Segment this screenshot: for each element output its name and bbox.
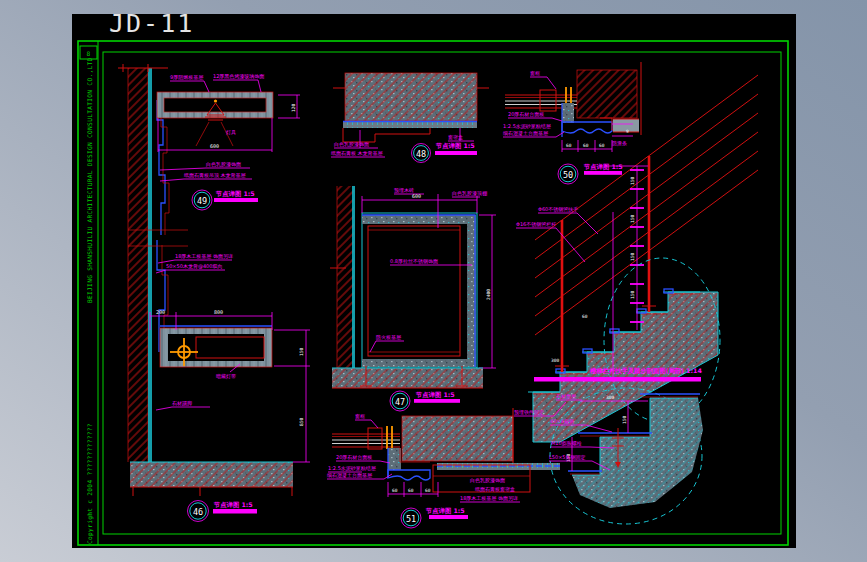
bubble-number: 51 <box>406 514 416 524</box>
detail-bubble-46[interactable]: 46 节点详图 1:5 <box>188 501 258 522</box>
dim-text: 150 <box>622 416 627 424</box>
dim-text: 9 <box>626 129 629 134</box>
bubble-number: 47 <box>395 397 405 407</box>
annotation-label: 防火板基层 <box>376 334 401 341</box>
dim-text: 800 <box>214 309 223 315</box>
floor-slab <box>332 366 483 388</box>
dim-text: 60 <box>599 143 605 148</box>
annotation-label: Φ16不锈钢管栏杆 <box>516 221 556 228</box>
bubble-number: 49 <box>197 196 207 206</box>
annotation-label: 细石混凝土台面基层 <box>503 130 548 137</box>
cad-viewer-page: JD-11 8 BEIJING SHANSHUILIU ARCHITECTURA… <box>0 0 867 562</box>
dim-text: 850 <box>299 418 304 426</box>
annotation-label: 白色乳胶漆饰面 <box>470 477 505 484</box>
annotation-label: 20厚石材台面板 <box>336 454 372 461</box>
annotation-label: 预埋铁件固定 <box>514 409 544 416</box>
drawing-sheet: JD-11 8 BEIJING SHANSHUILIU ARCHITECTURA… <box>0 0 867 562</box>
annotation-label: 1:2.5水泥砂浆粘结层 <box>503 123 551 130</box>
dim-text: 60 <box>583 143 589 148</box>
annotation-label: 20厚石材台面板 <box>508 111 544 118</box>
dim-text: 600 <box>412 193 421 199</box>
annotation-label: 白色乳胶漆顶棚 <box>452 190 487 197</box>
detail-title: 节点详图 1:5 <box>215 190 255 198</box>
dim-text: 60 <box>582 314 588 319</box>
detail-46-section: 18厚木工板基层 饰面另详 50×50木龙骨@400双向 暗藏灯带 石材踢脚 2… <box>130 253 310 522</box>
bubble-number: 46 <box>193 507 203 517</box>
revision-number: 8 <box>86 50 90 57</box>
bubble-number: 50 <box>563 170 573 180</box>
dim-text: 150 <box>630 291 635 299</box>
annotation-label: Φ60不锈钢管扶手 <box>538 206 578 213</box>
annotation-label: 细石混凝土台面基层 <box>327 472 372 479</box>
dim-text: 60 <box>408 488 414 493</box>
annotation-label: 窗框 <box>530 70 540 77</box>
dim-text: 2400 <box>486 289 491 300</box>
dim-text: 600 <box>210 143 219 149</box>
annotation-label: 0.8厚拉丝不锈钢饰面 <box>390 258 438 265</box>
annotation-label: 暗藏灯带 <box>216 373 236 380</box>
sheet-number: JD-11 <box>109 9 194 38</box>
annotation-label: 灯具 <box>226 129 236 136</box>
dim-text: 120 <box>291 104 296 112</box>
annotation-label: 白色乳胶漆饰面 <box>334 141 369 148</box>
dim-text: 150 <box>630 215 635 223</box>
dim-text: 60 <box>425 488 431 493</box>
annotation-label: 白色乳胶漆饰面 <box>206 161 241 168</box>
detail-title: 节点详图 1:5 <box>425 507 465 515</box>
window-mullion <box>332 426 400 449</box>
annotation-label: 石材踢脚 <box>172 400 192 407</box>
detail-47-section: 预埋木砖 白色乳胶漆顶棚 0.8厚拉丝不锈钢饰面 防火板基层 600 2400 <box>330 186 496 411</box>
detail-48-section: 白色乳胶漆饰面 纸面石膏板 木龙骨基层 窗帘盒 48 节点详图 1:5 <box>331 73 489 163</box>
detail-49-section: 9厚阻燃板基层 12厚黑色烤漆玻璃饰面 灯具 600 120 白色乳胶漆饰面 纸… <box>157 73 300 210</box>
detail-title: 节点详图 1:5 <box>435 142 475 150</box>
annotation-label: 12厚黑色烤漆玻璃饰面 <box>213 73 264 80</box>
detail-bubble-51[interactable]: 51 节点详图 1:5 <box>401 507 468 528</box>
dim-text: 200 <box>156 309 165 315</box>
floor-slab <box>130 462 293 496</box>
annotation-label: 纸面石膏板吊顶 木龙骨基层 <box>184 172 246 179</box>
dim-text: 300 <box>606 395 614 400</box>
annotation-label: 18厚木工板基层 饰面另详 <box>460 495 518 502</box>
dim-text: 150 <box>299 348 304 356</box>
annotation-label: 石材面层 <box>556 393 576 400</box>
annotation-label: L50×5角钢固定 <box>549 454 586 461</box>
detail-title: 节点详图 1:5 <box>415 391 455 399</box>
annotation-label: 预埋木砖 <box>394 187 414 194</box>
annotation-label: 50×50木龙骨@400双向 <box>166 263 222 269</box>
dim-text: 60 <box>566 143 572 148</box>
titleblock-company: BEIJING SHANSHUILIU ARCHITECTURAL DESIGN… <box>86 57 93 303</box>
annotation-label: 窗帘盒 <box>448 134 463 141</box>
detail-title: 节点详图 1:5 <box>583 163 623 171</box>
dim-text: 60 <box>392 488 398 493</box>
dim-text: 150 <box>630 177 635 185</box>
dim-text: 150 <box>630 253 635 261</box>
annotation-label: 1:2.5水泥砂浆粘结层 <box>328 465 376 472</box>
annotation-label: M10膨胀螺栓 <box>551 440 582 447</box>
annotation-label: 18厚木工板基层 饰面另详 <box>175 253 233 260</box>
detail-bubble-49[interactable]: 49 节点详图 1:5 <box>192 190 258 210</box>
detail-title: 节点详图 1:5 <box>213 501 253 509</box>
annotation-label: 防滑条 <box>612 140 627 147</box>
annotation-label: 纸面石膏板 木龙骨基层 <box>331 150 383 157</box>
annotation-label: 纸面石膏板窗帘盒 <box>475 486 515 493</box>
detail-bubble-47[interactable]: 47 节点详图 1:5 <box>390 391 460 411</box>
detail-51-section: 窗框 20厚石材台面板 1:2.5水泥砂浆粘结层 细石混凝土台面基层 <box>327 408 560 528</box>
section-title: 楼梯栏杆扶手及踏步剖面图(局部) 1:14 <box>589 367 702 375</box>
annotation-label: 窗框 <box>355 413 365 420</box>
enlarged-step-detail: 300 150 150 石材面层 40×4扁钢 M10膨胀螺栓 L50×5角钢固… <box>549 388 703 524</box>
titleblock-copyright: Copyright c 2004 ????????????? <box>86 423 94 544</box>
bubble-number: 48 <box>416 149 426 159</box>
annotation-label: 9厚阻燃板基层 <box>170 74 203 80</box>
annotation-label: 40×4扁钢 <box>550 418 574 425</box>
detail-bubble-48[interactable]: 48 节点详图 1:5 <box>412 142 478 163</box>
dim-text: 300 <box>551 358 559 363</box>
